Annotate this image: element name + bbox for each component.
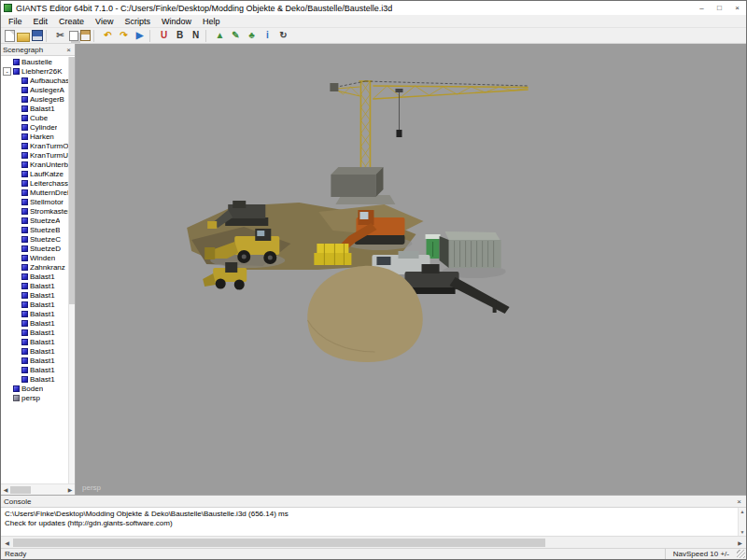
scroll-left-arrow-icon[interactable]: ◀: [1, 539, 13, 546]
menu-create[interactable]: Create: [53, 15, 90, 27]
open-folder-icon[interactable]: [17, 33, 30, 42]
menu-edit[interactable]: Edit: [28, 15, 54, 27]
scenegraph-vertical-scrollbar[interactable]: [68, 57, 75, 483]
new-file-icon[interactable]: [5, 30, 15, 42]
tree-item-balast1[interactable]: Balast1: [1, 104, 75, 113]
foliage-paint-icon[interactable]: ♣: [245, 29, 259, 42]
paste-icon[interactable]: [80, 30, 91, 41]
play-icon[interactable]: ▶: [133, 29, 147, 42]
menu-help[interactable]: Help: [197, 15, 226, 27]
redo-icon[interactable]: ↷: [117, 29, 131, 42]
console-output[interactable]: C:\Users\Finke\Desktop\Modding Objekte &…: [1, 508, 746, 536]
cut-icon[interactable]: ✂: [53, 29, 67, 42]
tower-crane[interactable]: [330, 81, 528, 204]
tree-item-mutterndrehkranz[interactable]: MutternDrehkranz: [1, 188, 75, 197]
close-button[interactable]: ×: [728, 1, 746, 15]
menu-scripts[interactable]: Scripts: [119, 15, 156, 27]
scenegraph-tree: Baustelle-Liebherr26KAufbauchassieAusleg…: [1, 56, 75, 483]
tree-item-balast1[interactable]: Balast1: [1, 272, 75, 281]
console-close-button[interactable]: ×: [735, 497, 743, 506]
tree-item-label: Liebherr26K: [21, 67, 63, 76]
scroll-down-arrow-icon[interactable]: ▼: [740, 529, 745, 535]
tree-item-leiterchassie[interactable]: Leiterchassie: [1, 178, 75, 188]
tree-item-stuetzea[interactable]: StuetzeA: [1, 216, 75, 225]
tree-item-laufkatze[interactable]: LaufKatze: [1, 169, 75, 178]
transform-group-icon: [21, 283, 28, 289]
container[interactable]: [440, 231, 501, 268]
tree-item-kranturmoberbau[interactable]: KranTurmOberbau: [1, 141, 75, 150]
console-line: C:\Users\Finke\Desktop\Modding Objekte &…: [5, 510, 742, 519]
pallet-stack[interactable]: [314, 244, 351, 265]
b-toggle-icon[interactable]: B: [173, 29, 187, 42]
scroll-left-arrow-icon[interactable]: ◀: [1, 486, 10, 493]
tree-item-liebherr26k[interactable]: -Liebherr26K: [1, 66, 75, 76]
undo-icon[interactable]: ↶: [101, 29, 115, 42]
scrollbar-thumb[interactable]: [10, 486, 31, 494]
tree-item-balast1[interactable]: Balast1: [1, 290, 75, 300]
horizontal-scrollbar[interactable]: ◀ ▶: [1, 536, 746, 548]
tree-item-winden[interactable]: Winden: [1, 253, 75, 262]
tree-item-balast1[interactable]: Balast1: [1, 318, 75, 328]
minimize-button[interactable]: –: [693, 1, 711, 15]
copy-icon[interactable]: [69, 31, 78, 41]
tree-item-auslegerb[interactable]: AuslegerB: [1, 94, 75, 104]
scrollbar-thumb[interactable]: [69, 57, 75, 304]
terrain-info-icon[interactable]: i: [261, 29, 275, 42]
tree-item-label: StuetzeD: [30, 245, 61, 253]
tree-item-stuetzed[interactable]: StuetzeD: [1, 244, 75, 253]
scroll-right-arrow-icon[interactable]: ▶: [65, 486, 75, 493]
tree-item-stuetzec[interactable]: StuetzeC: [1, 234, 75, 244]
tree-item-balast1[interactable]: Balast1: [1, 309, 75, 318]
titlebar: GIANTS Editor 64bit 7.1.0 - C:/Users/Fin…: [1, 1, 746, 15]
resize-grip[interactable]: [737, 550, 745, 558]
scrollbar-thumb[interactable]: [13, 539, 545, 547]
tree-item-boden[interactable]: Boden: [1, 384, 75, 393]
transform-group-icon: [21, 376, 28, 383]
tree-item-balast1[interactable]: Balast1: [1, 281, 75, 290]
tree-item-stromkasten[interactable]: Stromkasten: [1, 206, 75, 216]
menu-window[interactable]: Window: [156, 15, 197, 27]
tree-item-aufbauchassie[interactable]: Aufbauchassie: [1, 76, 75, 85]
magnet-icon[interactable]: U: [157, 29, 171, 42]
save-icon[interactable]: [32, 30, 43, 41]
sand-pile[interactable]: [307, 266, 423, 362]
n-toggle-icon[interactable]: N: [189, 29, 203, 42]
scenegraph-horizontal-scrollbar[interactable]: ◀ ▶: [1, 483, 75, 495]
scenegraph-close-button[interactable]: ×: [64, 46, 73, 54]
terrain-sculpt-icon[interactable]: ▲: [213, 29, 227, 42]
tree-item-stellmotor[interactable]: Stellmotor: [1, 197, 75, 206]
transform-group-icon: [21, 171, 28, 177]
tree-item-cube[interactable]: Cube: [1, 113, 75, 122]
tree-item-balast1[interactable]: Balast1: [1, 346, 75, 356]
tree-item-label: Zahnkranz: [30, 263, 65, 272]
maximize-button[interactable]: □: [711, 1, 728, 15]
tree-item-cylinder[interactable]: Cylinder: [1, 122, 75, 132]
tree-item-balast1[interactable]: Balast1: [1, 328, 75, 337]
tree-item-balast1[interactable]: Balast1: [1, 365, 75, 374]
menu-view[interactable]: View: [90, 15, 119, 27]
viewport[interactable]: persp: [76, 44, 746, 495]
transform-group-icon: [21, 329, 28, 336]
tree-expander[interactable]: -: [3, 67, 11, 76]
tree-item-baustelle[interactable]: Baustelle: [1, 57, 75, 66]
transform-group-icon: [21, 348, 28, 355]
tree-item-kranturmunterbau[interactable]: KranTurmUnterbau: [1, 150, 75, 160]
tree-item-balast1[interactable]: Balast1: [1, 300, 75, 309]
terrain-paint-icon[interactable]: ✎: [229, 29, 243, 42]
tree-item-auslegera[interactable]: AuslegerA: [1, 85, 75, 94]
tree-item-balast1[interactable]: Balast1: [1, 374, 75, 384]
reload-icon[interactable]: ↻: [276, 29, 290, 42]
toolbar-separator: [93, 30, 97, 42]
tree-item-stuetzeb[interactable]: StuetzeB: [1, 225, 75, 234]
tree-item-harken[interactable]: Harken: [1, 132, 75, 141]
console-scrollbar[interactable]: ▲ ▼: [738, 508, 746, 536]
scroll-right-arrow-icon[interactable]: ▶: [734, 539, 746, 546]
tree-item-zahnkranz[interactable]: Zahnkranz: [1, 262, 75, 272]
menu-file[interactable]: File: [3, 15, 28, 27]
scenegraph-title: Scenegraph: [3, 46, 43, 54]
scroll-up-arrow-icon[interactable]: ▲: [740, 509, 745, 514]
tree-item-balast1[interactable]: Balast1: [1, 337, 75, 346]
tree-item-persp[interactable]: persp: [1, 393, 75, 402]
tree-item-balast1[interactable]: Balast1: [1, 356, 75, 365]
tree-item-kranunterbau[interactable]: KranUnterbau: [1, 160, 75, 169]
